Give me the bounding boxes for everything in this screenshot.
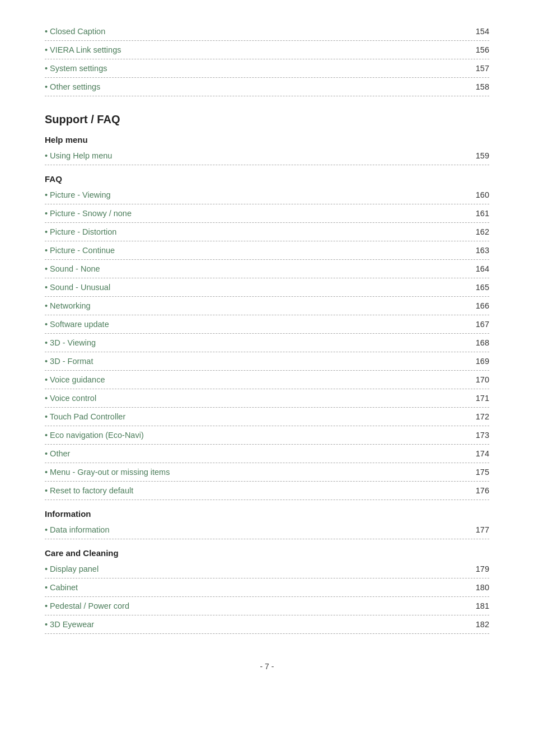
toc-item: • Display panel179: [45, 560, 489, 578]
toc-item: • System settings157: [45, 59, 489, 78]
toc-item-label: • Picture - Snowy / none: [45, 209, 132, 218]
page-number: - 7 -: [260, 662, 274, 671]
toc-item: • Other settings158: [45, 78, 489, 96]
toc-item-label: • Eco navigation (Eco-Navi): [45, 431, 144, 440]
toc-item: • Touch Pad Controller172: [45, 408, 489, 426]
toc-item-label: • Other: [45, 449, 70, 458]
toc-item-label: • Display panel: [45, 564, 99, 573]
toc-item-label: • System settings: [45, 64, 107, 73]
toc-item-label: • Data information: [45, 525, 110, 534]
toc-item-page: 163: [476, 246, 489, 255]
toc-item-page: 167: [476, 320, 489, 329]
toc-item-label: • Picture - Viewing: [45, 190, 111, 199]
toc-item-label: • VIERA Link settings: [45, 45, 121, 54]
toc-item: • Eco navigation (Eco-Navi)173: [45, 426, 489, 445]
toc-item: • Voice control171: [45, 389, 489, 408]
toc-item-page: 157: [476, 64, 489, 73]
toc-item-page: 181: [476, 601, 489, 610]
toc-item-label: • Picture - Distortion: [45, 227, 116, 236]
subsection-header: FAQ: [45, 174, 489, 184]
toc-item-page: 172: [476, 412, 489, 421]
toc-item-label: • Menu - Gray-out or missing items: [45, 468, 170, 477]
subsection-header: Help menu: [45, 135, 489, 144]
toc-item-label: • Software update: [45, 320, 109, 329]
toc-item: • Voice guidance170: [45, 371, 489, 389]
section-title: Support / FAQ: [45, 113, 489, 126]
toc-item-label: • Sound - Unusual: [45, 283, 110, 292]
toc-item-page: 154: [476, 27, 489, 36]
subsection-header: Care and Cleaning: [45, 548, 489, 558]
toc-item: • VIERA Link settings156: [45, 41, 489, 59]
toc-item-label: • 3D Eyewear: [45, 620, 94, 629]
toc-item-page: 169: [476, 357, 489, 366]
toc-item-page: 177: [476, 525, 489, 534]
toc-item: • Networking166: [45, 297, 489, 315]
toc-item-page: 175: [476, 468, 489, 477]
top-items-section: • Closed Caption154• VIERA Link settings…: [45, 22, 489, 96]
toc-item-page: 182: [476, 620, 489, 629]
toc-item-label: • 3D - Format: [45, 357, 93, 366]
toc-item-page: 156: [476, 45, 489, 54]
toc-item: • Picture - Distortion162: [45, 223, 489, 241]
subsection-header: Information: [45, 509, 489, 519]
toc-item-label: • Touch Pad Controller: [45, 412, 125, 421]
toc-item: • 3D Eyewear182: [45, 615, 489, 634]
toc-item-page: 166: [476, 301, 489, 310]
toc-item-label: • Voice control: [45, 394, 96, 403]
toc-item-label: • Closed Caption: [45, 27, 105, 36]
toc-item-page: 160: [476, 190, 489, 199]
toc-item-page: 158: [476, 82, 489, 91]
toc-item-page: 174: [476, 449, 489, 458]
toc-item-label: • 3D - Viewing: [45, 338, 96, 347]
toc-item: • Closed Caption154: [45, 22, 489, 41]
toc-item-page: 168: [476, 338, 489, 347]
toc-item: • Using Help menu159: [45, 147, 489, 165]
toc-item-page: 159: [476, 151, 489, 160]
toc-item: • Pedestal / Power cord181: [45, 597, 489, 615]
toc-item: • 3D - Format169: [45, 352, 489, 371]
toc-item-label: • Cabinet: [45, 583, 78, 592]
toc-item-page: 173: [476, 431, 489, 440]
toc-item-label: • Picture - Continue: [45, 246, 115, 255]
toc-item: • Menu - Gray-out or missing items175: [45, 463, 489, 482]
toc-item: • Data information177: [45, 521, 489, 539]
toc-item-label: • Pedestal / Power cord: [45, 601, 129, 610]
toc-item-page: 162: [476, 227, 489, 236]
toc-item-label: • Other settings: [45, 82, 100, 91]
toc-item-page: 171: [476, 394, 489, 403]
toc-item-page: 170: [476, 375, 489, 384]
toc-item: • Cabinet180: [45, 578, 489, 597]
toc-item-page: 164: [476, 264, 489, 273]
subsections-container: Help menu• Using Help menu159FAQ• Pictur…: [45, 135, 489, 634]
toc-item-label: • Reset to factory default: [45, 486, 133, 495]
toc-item-label: • Voice guidance: [45, 375, 105, 384]
page-footer: - 7 -: [45, 662, 489, 671]
toc-item: • Picture - Continue163: [45, 241, 489, 260]
toc-item: • Reset to factory default176: [45, 482, 489, 500]
toc-item: • 3D - Viewing168: [45, 334, 489, 352]
toc-item: • Picture - Viewing160: [45, 186, 489, 204]
toc-item: • Sound - Unusual165: [45, 278, 489, 297]
toc-item-page: 179: [476, 564, 489, 573]
toc-item: • Picture - Snowy / none161: [45, 204, 489, 223]
toc-item-label: • Networking: [45, 301, 91, 310]
toc-item-page: 176: [476, 486, 489, 495]
toc-item-label: • Sound - None: [45, 264, 100, 273]
toc-item-page: 180: [476, 583, 489, 592]
toc-item: • Software update167: [45, 315, 489, 334]
toc-item: • Other174: [45, 445, 489, 463]
toc-item-page: 161: [476, 209, 489, 218]
toc-item-label: • Using Help menu: [45, 151, 112, 160]
toc-item-page: 165: [476, 283, 489, 292]
toc-item: • Sound - None164: [45, 260, 489, 278]
